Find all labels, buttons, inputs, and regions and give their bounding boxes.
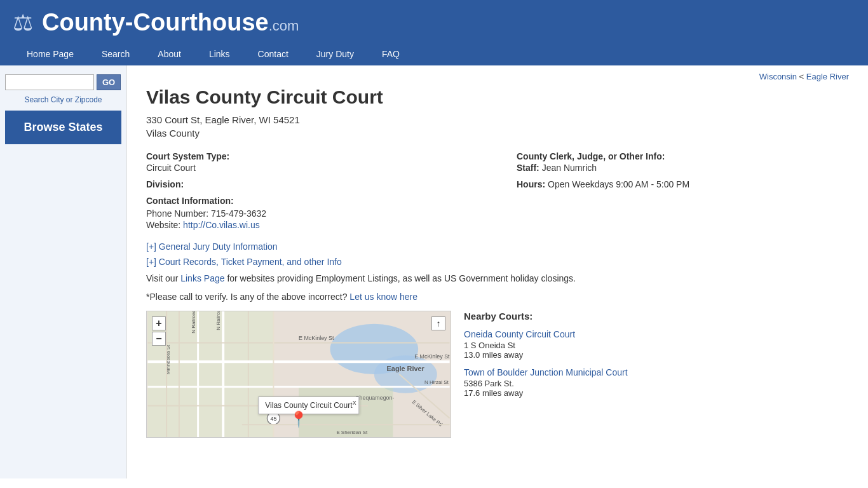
nearby-court-1-dist: 13.0 miles away (464, 350, 849, 360)
verify-pre: *Please call to verify. Is any of the ab… (146, 292, 349, 302)
site-name: County-Courthouse (42, 9, 269, 36)
map-zoom-minus[interactable]: − (152, 332, 166, 346)
main-nav: Home Page Search About Links Contact Jur… (13, 43, 855, 65)
nearby-court-2-name[interactable]: Town of Boulder Junction Municipal Court (464, 367, 628, 377)
verify-text: *Please call to verify. Is any of the ab… (146, 292, 849, 302)
map-popup-close[interactable]: x (353, 398, 356, 406)
breadcrumb-separator: < (797, 72, 806, 81)
nearby-title: Nearby Courts: (464, 311, 849, 322)
nav-home[interactable]: Home Page (13, 43, 88, 65)
division-label: Division: (146, 179, 478, 189)
staff-info: Staff: Jean Numrich (517, 163, 849, 173)
page-title: Vilas County Circuit Court (146, 86, 849, 108)
sidebar: GO Search City or Zipcode Browse States (0, 65, 127, 478)
hours-label: Hours: (517, 179, 545, 189)
staff-name: Jean Numrich (542, 163, 597, 173)
nearby-court-1-name[interactable]: Oneida County Circuit Court (464, 329, 575, 339)
svg-text:45: 45 (270, 416, 276, 422)
go-button[interactable]: GO (97, 74, 121, 90)
svg-text:E McKinley St: E McKinley St (299, 335, 334, 341)
breadcrumb-state[interactable]: Wisconsin (759, 72, 797, 81)
scales-icon: ⚖ (13, 10, 33, 36)
nearby-court-1: Oneida County Circuit Court 1 S Oneida S… (464, 329, 849, 360)
browse-states-button[interactable]: Browse States (5, 111, 121, 144)
map-zoom-plus[interactable]: + (152, 316, 166, 330)
svg-text:Eagle River: Eagle River (387, 365, 425, 372)
links-text: Visit our Links Page for websites provid… (146, 272, 849, 285)
website-label: Website: (146, 220, 180, 230)
info-grid: Court System Type: Circuit Court Divisio… (146, 151, 849, 230)
jury-duty-link[interactable]: [+] General Jury Duty Information (146, 241, 849, 252)
nav-search[interactable]: Search (88, 43, 144, 65)
main-content: Wisconsin < Eagle River Vilas County Cir… (127, 65, 868, 478)
nearby-court-2-dist: 17.6 miles away (464, 388, 849, 398)
map-nearby-section: N Railroad St N Railroad St E McKinley S… (146, 311, 849, 438)
court-phone: Phone Number: 715-479-3632 (146, 208, 478, 219)
breadcrumb: Wisconsin < Eagle River (146, 65, 849, 85)
svg-text:N Railroad St: N Railroad St (215, 311, 221, 330)
hours-value: Open Weekdays 9:00 AM - 5:00 PM (548, 179, 689, 189)
nearby-court-2-addr: 5386 Park St. (464, 379, 849, 388)
website-link[interactable]: http://Co.vilas.wi.us (183, 220, 260, 230)
links-page-link[interactable]: Links Page (180, 273, 224, 283)
svg-text:N Hirzal St: N Hirzal St (424, 379, 449, 385)
nav-jury-duty[interactable]: Jury Duty (302, 43, 368, 65)
info-col-right: County Clerk, Judge, or Other Info: Staf… (517, 151, 849, 230)
links-text-post: for websites providing Employment Listin… (225, 273, 576, 283)
map-container: N Railroad St N Railroad St E McKinley S… (146, 311, 451, 438)
staff-label: Staff: (517, 163, 539, 173)
site-title: County-Courthouse.com (42, 9, 299, 36)
court-address: 330 Court St, Eagle River, WI 54521 (146, 114, 849, 125)
map-popup: x Vilas County Circuit Court (258, 396, 359, 414)
court-system-type-value: Circuit Court (146, 163, 478, 173)
search-box: GO (5, 74, 121, 90)
court-county: Vilas County (146, 128, 849, 139)
court-system-type-label: Court System Type: (146, 151, 478, 161)
breadcrumb-city[interactable]: Eagle River (806, 72, 849, 81)
phone-label: Phone Number: (146, 208, 208, 219)
nav-contact[interactable]: Contact (244, 43, 302, 65)
nearby-court-2: Town of Boulder Junction Municipal Court… (464, 367, 849, 398)
nearby-court-1-addr: 1 S Oneida St (464, 341, 849, 350)
svg-text:N Railroad St: N Railroad St (191, 311, 196, 334)
nav-faq[interactable]: FAQ (368, 43, 414, 65)
search-input[interactable] (5, 74, 94, 90)
court-records-link[interactable]: [+] Court Records, Ticket Payment, and o… (146, 257, 849, 267)
hours-info: Hours: Open Weekdays 9:00 AM - 5:00 PM (517, 179, 849, 189)
nearby-courts-section: Nearby Courts: Oneida County Circuit Cou… (464, 311, 849, 405)
svg-text:E Sheridan St: E Sheridan St (336, 430, 368, 435)
info-col-left: Court System Type: Circuit Court Divisio… (146, 151, 478, 230)
links-text-pre: Visit our (146, 273, 180, 283)
site-header: ⚖ County-Courthouse.com Home Page Search… (0, 0, 868, 65)
nav-links[interactable]: Links (195, 43, 244, 65)
phone-value: 715-479-3632 (211, 208, 266, 219)
page-layout: GO Search City or Zipcode Browse States … (0, 65, 868, 478)
court-website: Website: http://Co.vilas.wi.us (146, 220, 478, 230)
svg-text:Chequamegon-: Chequamegon- (355, 395, 394, 401)
map-pin: 📍 (289, 410, 308, 428)
map-up-arrow[interactable]: ↑ (431, 316, 445, 330)
verify-link[interactable]: Let us know here (349, 292, 417, 302)
clerk-label: County Clerk, Judge, or Other Info: (517, 151, 849, 161)
contact-info-label: Contact Information: (146, 196, 478, 206)
search-label: Search City or Zipcode (5, 95, 121, 104)
nav-about[interactable]: About (144, 43, 195, 65)
header-top: ⚖ County-Courthouse.com (13, 9, 855, 36)
map-popup-label: Vilas County Circuit Court (265, 401, 352, 410)
svg-text:E McKinley St: E McKinley St (414, 353, 450, 360)
site-tld: .com (269, 18, 299, 34)
